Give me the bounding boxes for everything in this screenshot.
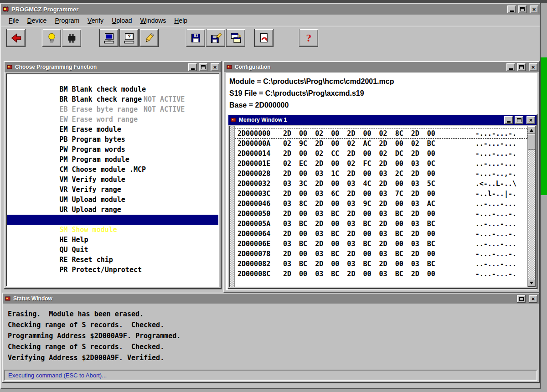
main-titlebar[interactable]: PROGMCZ Programmer ×: [1, 4, 540, 15]
status-close-button[interactable]: ×: [529, 295, 537, 303]
memory-row[interactable]: 2D00005A 03 BC 2D 00 03 BC 2D 00 03 BC .…: [235, 219, 527, 229]
menu-item[interactable]: Program: [51, 15, 83, 26]
function-list: BM Blank check module BR Blank check ran…: [6, 73, 219, 287]
toolbar-save-edit-button[interactable]: [206, 29, 225, 47]
configuration-close-button[interactable]: ×: [529, 63, 537, 71]
memory-row[interactable]: 2D000014 2D 00 02 CC 2D 00 02 DC 2D 00 -…: [235, 149, 527, 159]
function-list-item[interactable]: VR Verify range: [7, 175, 218, 185]
status-maximize-button[interactable]: [517, 295, 526, 303]
function-list-item[interactable]: SS Specify S record: [7, 205, 218, 215]
toolbar-undo-button[interactable]: [254, 29, 274, 47]
menu-item[interactable]: Windows: [136, 15, 170, 26]
memory-row[interactable]: 2D00008C 2D 00 03 BC 2D 00 03 BC 2D 00 -…: [235, 269, 527, 279]
function-list-item[interactable]: QU Quit: [7, 235, 218, 245]
function-list-item[interactable]: RE Reset chip: [7, 245, 218, 255]
function-window-titlebar[interactable]: Choose Programming Function ×: [5, 62, 221, 72]
memory-row[interactable]: 2D000000 2D 00 02 00 2D 00 02 8C 2D 00 -…: [235, 129, 527, 139]
menu-item[interactable]: Upload: [108, 15, 136, 26]
memory-row[interactable]: 2D00000A 02 9C 2D 00 02 AC 2D 00 02 BC .…: [235, 139, 527, 149]
menu-item[interactable]: File: [5, 15, 23, 26]
function-list-item[interactable]: EM Erase module: [7, 114, 218, 124]
function-list-item[interactable]: PB Program bytes: [7, 124, 218, 134]
close-icon: ×: [529, 117, 533, 123]
minimize-icon: [191, 68, 195, 70]
function-minimize-button[interactable]: [188, 63, 197, 71]
memory-window-title: Memory Window 1: [239, 117, 502, 123]
memory-row[interactable]: 2D00006E 03 BC 2D 00 03 BC 2D 00 03 BC .…: [235, 239, 527, 249]
memory-row[interactable]: 2D000046 03 8C 2D 00 03 9C 2D 00 03 AC .…: [235, 199, 527, 209]
status-window-titlebar[interactable]: Status Window ×: [3, 294, 539, 304]
menu-bar: FileDeviceProgramVerifyUploadWindowsHelp: [1, 15, 540, 26]
toolbar-terminal-button[interactable]: [99, 29, 119, 47]
configuration-base-address: Base = 2D000000: [229, 99, 534, 111]
memory-row-ascii: -...-...-.: [475, 269, 516, 279]
memory-row-address: 2D00005A: [237, 219, 277, 229]
scrollbar-thumb[interactable]: [528, 134, 535, 150]
function-list-item[interactable]: PM Program module: [7, 144, 218, 155]
back-arrow-icon: [10, 32, 22, 44]
menu-item[interactable]: Help: [170, 15, 191, 26]
configuration-maximize-button[interactable]: [517, 63, 526, 71]
status-window-icon: [4, 295, 11, 302]
function-list-item[interactable]: BR Blank check range: [7, 84, 218, 94]
memory-window-titlebar[interactable]: Memory Window 1 ×: [228, 115, 537, 125]
function-list-item[interactable]: EB Erase byte range NOT ACTIVE: [7, 94, 218, 104]
memory-row[interactable]: 2D000082 03 BC 2D 00 03 BC 2D 00 03 BC .…: [235, 259, 527, 269]
memory-row-address: 2D000082: [237, 259, 277, 269]
toolbar-chip-button[interactable]: [62, 29, 81, 47]
memory-row[interactable]: 2D000028 2D 00 03 1C 2D 00 03 2C 2D 00 -…: [235, 169, 527, 179]
status-log: Erasing. Module has been erased.Checking…: [4, 305, 537, 367]
function-list-item[interactable]: UR Upload range: [7, 195, 218, 205]
toolbar-edit-button[interactable]: [139, 29, 159, 47]
memory-row[interactable]: 2D00001E 02 EC 2D 00 02 FC 2D 00 03 0C .…: [235, 159, 527, 169]
function-list-item[interactable]: BM Blank check module: [7, 74, 218, 84]
toolbar-terminal-help-button[interactable]: ?: [119, 29, 139, 47]
memory-row-address: 2D000028: [237, 169, 277, 179]
memory-row[interactable]: 2D000032 03 3C 2D 00 03 4C 2D 00 03 5C .…: [235, 179, 527, 189]
toolbar-back-button[interactable]: [6, 29, 26, 47]
configuration-titlebar[interactable]: Configuration ×: [224, 62, 539, 72]
function-list-item[interactable]: VM Verify module: [7, 165, 218, 175]
function-list-item[interactable]: CM Choose module .MCP: [7, 155, 218, 165]
function-list-item[interactable]: PW Program words: [7, 134, 218, 144]
function-list-item[interactable]: SM Show module: [7, 215, 218, 225]
status-bar: Executing command (ESC to Abort)...: [4, 370, 537, 381]
function-maximize-button[interactable]: [199, 63, 207, 71]
scroll-down-button[interactable]: [528, 279, 535, 287]
close-button[interactable]: ×: [530, 5, 538, 13]
memory-row[interactable]: 2D000078 2D 00 03 BC 2D 00 03 BC 2D 00 -…: [235, 249, 527, 259]
memory-row-address: 2D000046: [237, 199, 277, 209]
memory-minimize-button[interactable]: [504, 116, 513, 124]
svg-text:?: ?: [128, 34, 130, 39]
scroll-up-button[interactable]: [528, 126, 535, 134]
toolbar-save-button[interactable]: [186, 29, 205, 47]
configuration-minimize-button[interactable]: [506, 63, 515, 71]
minimize-icon: [507, 121, 511, 123]
memory-row[interactable]: 2D000050 2D 00 03 BC 2D 00 03 BC 2D 00 -…: [235, 209, 527, 219]
minimize-button[interactable]: [507, 5, 516, 13]
menu-item[interactable]: Device: [23, 15, 51, 26]
memory-maximize-button[interactable]: [515, 116, 523, 124]
toolbar-lightbulb-button[interactable]: [42, 29, 61, 47]
memory-row[interactable]: 2D00003C 2D 00 03 6C 2D 00 03 7C 2D 00 -…: [235, 189, 527, 199]
menu-item[interactable]: Verify: [83, 15, 108, 26]
memory-row-ascii: ..-...-...: [475, 139, 516, 149]
memory-row-address: 2D000032: [237, 179, 277, 189]
maximize-button[interactable]: [518, 5, 526, 13]
function-list-item[interactable]: PR Protect/Unprotect: [7, 255, 218, 265]
toolbar-help-button[interactable]: ?: [299, 29, 318, 47]
memory-close-button[interactable]: ×: [526, 116, 535, 124]
function-list-item[interactable]: HE Help: [7, 225, 218, 235]
memory-row-ascii: .<-..L-..\: [475, 179, 516, 189]
maximize-icon: [517, 118, 521, 122]
function-list-item[interactable]: EW Erase word range NOT ACTIVE: [7, 104, 218, 114]
toolbar-window-swap-button[interactable]: [226, 29, 245, 47]
memory-row[interactable]: 2D000064 2D 00 03 BC 2D 00 03 BC 2D 00 -…: [235, 229, 527, 239]
status-bar-message: Executing command (ESC to Abort)...: [8, 372, 107, 379]
arrow-down-icon: [530, 282, 533, 284]
function-list-item[interactable]: UM Upload module: [7, 185, 218, 195]
function-close-button[interactable]: ×: [211, 63, 219, 71]
configuration-module-path: Module = C:\products\Prog\hcmc\cmd2001.m…: [229, 76, 534, 88]
memory-vertical-scrollbar[interactable]: [527, 126, 535, 287]
scrollbar-track[interactable]: [528, 134, 535, 279]
